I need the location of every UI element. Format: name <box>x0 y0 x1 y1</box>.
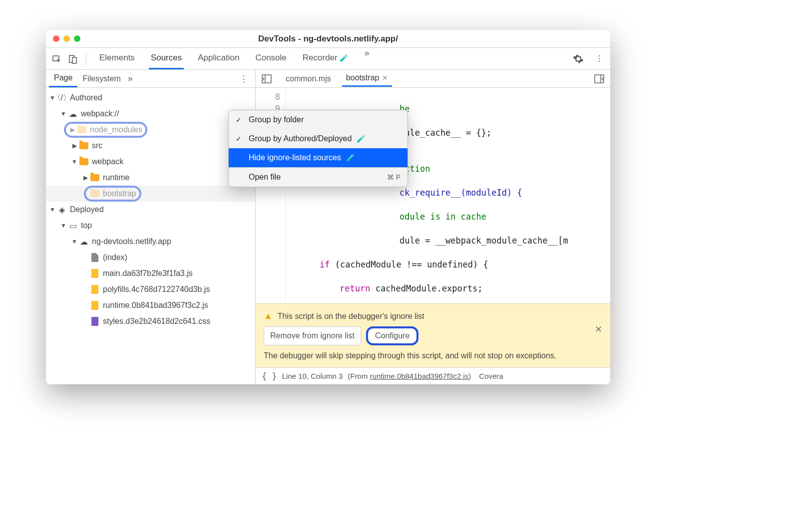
deployed-group[interactable]: ▼◈Deployed <box>46 202 255 218</box>
configure-button[interactable]: Configure <box>366 326 418 345</box>
main-tabs-overflow[interactable]: » <box>364 48 369 69</box>
frame-icon: ▭ <box>68 221 78 231</box>
shortcut-label: ⌘ P <box>387 173 400 181</box>
warning-icon: ▲ <box>264 311 273 321</box>
src-folder[interactable]: ▶src <box>46 138 255 154</box>
top-frame[interactable]: ▼▭top <box>46 218 255 234</box>
svg-rect-3 <box>262 75 271 83</box>
css-file[interactable]: styles.d3e2b24618d2c641.css <box>46 313 255 329</box>
close-window-button[interactable] <box>53 35 59 42</box>
node-modules-folder[interactable]: ▶node_modules <box>46 122 255 138</box>
remove-from-ignore-button[interactable]: Remove from ignore list <box>264 326 361 345</box>
menu-open-file[interactable]: Open file⌘ P <box>229 168 407 187</box>
js-file[interactable]: polyfills.4c768d7122740d3b.js <box>46 281 255 297</box>
navigator-panel: Page Filesystem » ⋮ ▼〈/〉Authored ▼☁webpa… <box>46 70 256 384</box>
svg-rect-5 <box>595 75 604 83</box>
window-title: DevTools - ng-devtools.netlify.app/ <box>258 34 398 44</box>
tab-sources[interactable]: Sources <box>149 48 184 69</box>
js-file[interactable]: runtime.0b841bad3967f3c2.js <box>46 297 255 313</box>
toggle-debugger-icon[interactable] <box>591 74 607 83</box>
close-warning-icon[interactable]: ✕ <box>595 324 602 335</box>
folder-icon <box>77 126 86 133</box>
settings-icon[interactable] <box>571 52 585 66</box>
from-text: (From runtime.0b841bad3967f3c2.js) <box>348 372 471 380</box>
flask-icon: 🧪 <box>346 154 355 162</box>
source-link[interactable]: runtime.0b841bad3967f3c2.js <box>370 372 469 380</box>
box-icon: ◈ <box>57 205 67 215</box>
close-tab-icon[interactable]: ✕ <box>382 74 388 82</box>
maximize-window-button[interactable] <box>74 35 80 42</box>
navigator-tabs: Page Filesystem » ⋮ <box>46 70 255 88</box>
file-icon <box>91 269 98 278</box>
webpack-domain[interactable]: ▼☁webpack:// <box>46 106 255 122</box>
minimize-window-button[interactable] <box>63 35 70 42</box>
authored-group[interactable]: ▼〈/〉Authored <box>46 90 255 106</box>
domain-node[interactable]: ▼☁ng-devtools.netlify.app <box>46 234 255 250</box>
navigator-tab-filesystem[interactable]: Filesystem <box>77 71 125 87</box>
navigator-tab-page[interactable]: Page <box>49 70 77 87</box>
editor-statusbar: { } Line 10, Column 3 (From runtime.0b84… <box>256 367 610 384</box>
menu-group-by-folder[interactable]: ✓Group by folder <box>229 110 407 129</box>
flask-icon: 🧪 <box>340 54 348 62</box>
cloud-icon: ☁ <box>68 109 78 119</box>
tab-application[interactable]: Application <box>196 48 241 69</box>
main-panel-tabs: Elements Sources Application Console Rec… <box>97 48 369 69</box>
navigator-tabs-overflow[interactable]: » <box>128 73 133 84</box>
svg-rect-2 <box>72 57 76 63</box>
editor-tab-common[interactable]: common.mjs <box>282 71 335 86</box>
file-icon <box>91 317 98 326</box>
editor-tabs: common.mjs bootstrap✕ <box>256 70 610 88</box>
menu-group-by-authored[interactable]: ✓Group by Authored/Deployed🧪 <box>229 129 407 148</box>
menu-hide-ignore-listed[interactable]: Hide ignore-listed sources🧪 <box>229 148 407 167</box>
file-icon <box>91 285 98 294</box>
traffic-lights <box>53 35 80 42</box>
warning-title: This script is on the debugger's ignore … <box>278 312 424 321</box>
pretty-print-icon[interactable]: { } <box>262 371 277 381</box>
titlebar: DevTools - ng-devtools.netlify.app/ <box>46 30 610 48</box>
file-icon <box>91 301 98 310</box>
more-menu-icon[interactable]: ⋮ <box>592 52 606 66</box>
navigator-context-menu: ✓Group by folder ✓Group by Authored/Depl… <box>228 110 408 187</box>
cursor-location: Line 10, Column 3 <box>282 372 343 380</box>
editor-tab-bootstrap[interactable]: bootstrap✕ <box>342 70 393 87</box>
device-toolbar-icon[interactable] <box>66 52 80 66</box>
bootstrap-file[interactable]: bootstrap <box>46 186 255 202</box>
index-file[interactable]: (index) <box>46 250 255 266</box>
navigator-menu-icon[interactable]: ⋮ <box>235 73 252 84</box>
inspect-element-icon[interactable] <box>50 52 64 66</box>
warning-description: The debugger will skip stepping through … <box>264 351 602 360</box>
folder-icon <box>90 174 99 181</box>
main-toolbar: Elements Sources Application Console Rec… <box>46 48 610 70</box>
coverage-label: Covera <box>479 372 503 380</box>
devtools-window: DevTools - ng-devtools.netlify.app/ Elem… <box>46 30 610 384</box>
separator <box>86 53 86 65</box>
webpack-folder[interactable]: ▼webpack <box>46 154 255 170</box>
toggle-navigator-icon[interactable] <box>259 74 275 83</box>
file-tree: ▼〈/〉Authored ▼☁webpack:// ▶node_modules … <box>46 88 255 384</box>
tab-recorder[interactable]: Recorder 🧪 <box>301 48 351 69</box>
code-icon: 〈/〉 <box>57 93 67 103</box>
tab-console[interactable]: Console <box>253 48 288 69</box>
ignore-list-warning: ▲ This script is on the debugger's ignor… <box>256 303 610 367</box>
file-icon <box>90 190 99 197</box>
tab-elements[interactable]: Elements <box>97 48 137 69</box>
runtime-folder[interactable]: ▶runtime <box>46 170 255 186</box>
js-file[interactable]: main.da63f7b2fe3f1fa3.js <box>46 266 255 281</box>
cloud-icon: ☁ <box>79 237 89 247</box>
file-icon <box>91 253 98 262</box>
flask-icon: 🧪 <box>357 135 365 143</box>
folder-icon <box>79 158 88 165</box>
folder-icon <box>79 142 88 149</box>
